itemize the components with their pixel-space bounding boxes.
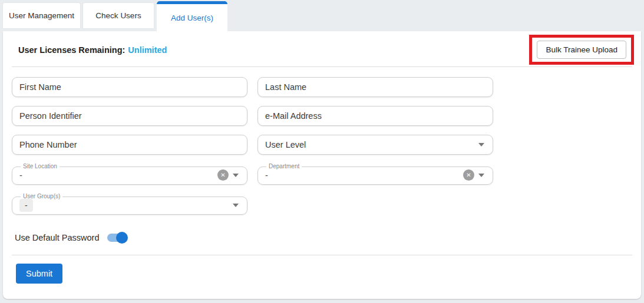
clear-circle-icon[interactable]: ✕ xyxy=(463,169,474,181)
toggle-thumb xyxy=(116,232,128,244)
person-identifier-input[interactable] xyxy=(12,106,247,126)
department-inner: - ✕ xyxy=(265,169,484,181)
form-row-phone-level: User Level xyxy=(12,135,632,155)
tab-bar: User Management Check Users Add User(s) xyxy=(0,0,644,31)
add-users-panel: User Licenses Remaining:Unlimited Bulk T… xyxy=(3,31,641,299)
default-password-row: Use Default Password xyxy=(15,233,632,242)
first-name-input[interactable] xyxy=(12,77,247,97)
panel-header: User Licenses Remaining:Unlimited Bulk T… xyxy=(3,31,641,65)
email-address-input[interactable] xyxy=(257,106,493,126)
site-location-value: - xyxy=(19,171,22,180)
department-label: Department xyxy=(266,164,302,169)
site-location-label: Site Location xyxy=(21,164,60,169)
user-level-placeholder: User Level xyxy=(265,140,306,149)
site-location-inner: - ✕ xyxy=(19,169,239,181)
tab-add-users[interactable]: Add User(s) xyxy=(157,1,227,31)
licenses-value: Unlimited xyxy=(128,45,167,55)
clear-circle-icon[interactable]: ✕ xyxy=(217,169,229,181)
licenses-label: User Licenses Remaining: xyxy=(18,45,125,55)
user-groups-select[interactable]: User Group(s) - xyxy=(12,194,247,215)
user-licenses-remaining: User Licenses Remaining:Unlimited xyxy=(18,45,167,55)
user-groups-value-chip: - xyxy=(19,199,33,212)
chevron-down-icon[interactable] xyxy=(478,174,484,177)
phone-number-input[interactable] xyxy=(12,135,247,155)
tab-user-management[interactable]: User Management xyxy=(3,3,80,28)
add-user-form: User Level Site Location - ✕ Department … xyxy=(3,67,641,242)
submit-button[interactable]: Submit xyxy=(16,264,62,284)
form-row-user-groups: User Group(s) - xyxy=(12,194,632,215)
chevron-down-icon[interactable] xyxy=(478,143,484,146)
form-row-site-department: Site Location - ✕ Department - ✕ xyxy=(12,164,632,185)
user-level-select[interactable]: User Level xyxy=(257,135,493,155)
submit-row: Submit xyxy=(3,255,641,284)
department-select[interactable]: Department - ✕ xyxy=(257,164,493,185)
site-location-select[interactable]: Site Location - ✕ xyxy=(12,164,247,185)
tab-check-users[interactable]: Check Users xyxy=(83,3,154,28)
chevron-down-icon[interactable] xyxy=(233,204,239,207)
bulk-trainee-upload-button[interactable]: Bulk Trainee Upload xyxy=(537,41,626,59)
form-row-id-email xyxy=(12,106,632,126)
chevron-down-icon[interactable] xyxy=(233,174,239,177)
user-groups-inner: - xyxy=(19,199,239,212)
annotation-highlight-box: Bulk Trainee Upload xyxy=(529,35,634,65)
form-row-name xyxy=(12,77,632,97)
use-default-password-toggle[interactable] xyxy=(107,234,127,242)
last-name-input[interactable] xyxy=(257,77,493,97)
use-default-password-label: Use Default Password xyxy=(15,233,99,242)
department-value: - xyxy=(265,171,268,180)
